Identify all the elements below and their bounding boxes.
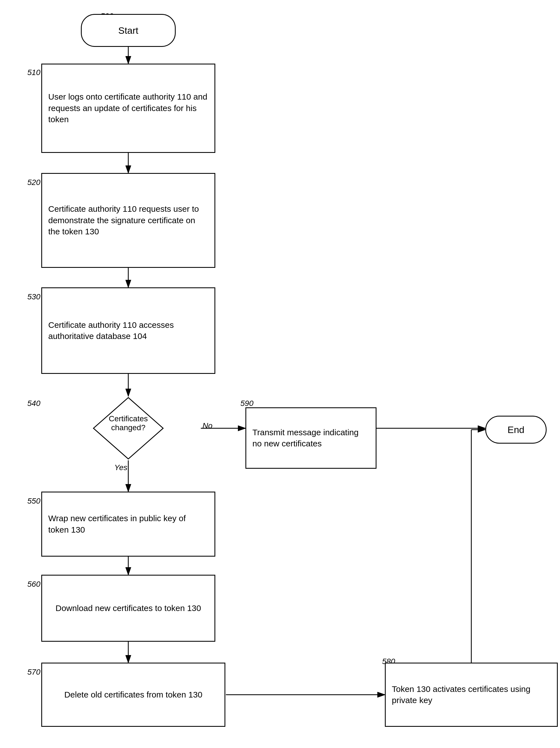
no-label: No xyxy=(202,421,213,430)
step-580-box: Token 130 activates certificates using p… xyxy=(385,663,558,727)
yes-label: Yes xyxy=(114,463,127,472)
flowchart-diagram: 500 Start 510 User logs onto certificate… xyxy=(0,0,560,748)
step-570-text: Delete old certificates from token 130 xyxy=(64,689,202,701)
start-node: Start xyxy=(81,14,176,47)
label-550: 550 xyxy=(27,497,41,506)
label-560: 560 xyxy=(27,580,41,589)
step-560-text: Download new certificates to token 130 xyxy=(55,603,201,614)
label-540: 540 xyxy=(27,399,41,408)
step-520-text: Certificate authority 110 requests user … xyxy=(48,203,208,237)
start-label: Start xyxy=(118,25,138,36)
step-550-box: Wrap new certificates in public key of t… xyxy=(41,492,215,557)
label-510: 510 xyxy=(27,68,41,77)
label-570: 570 xyxy=(27,668,41,677)
step-590-text: Transmit message indicating no new certi… xyxy=(252,427,369,449)
step-520-box: Certificate authority 110 requests user … xyxy=(41,173,215,268)
step-550-text: Wrap new certificates in public key of t… xyxy=(48,513,208,535)
label-520: 520 xyxy=(27,178,41,187)
svg-marker-13 xyxy=(93,398,163,459)
step-590-box: Transmit message indicating no new certi… xyxy=(245,407,376,469)
end-label: End xyxy=(508,424,525,435)
step-510-text: User logs onto certificate authority 110… xyxy=(48,91,208,125)
diamond-540: Certificates changed? xyxy=(92,396,165,460)
label-530: 530 xyxy=(27,293,41,301)
step-580-text: Token 130 activates certificates using p… xyxy=(392,683,551,706)
step-560-box: Download new certificates to token 130 xyxy=(41,575,215,642)
label-590: 590 xyxy=(240,399,253,408)
end-node: End xyxy=(485,416,546,444)
step-570-box: Delete old certificates from token 130 xyxy=(41,663,225,727)
step-530-text: Certificate authority 110 accesses autho… xyxy=(48,320,208,342)
step-530-box: Certificate authority 110 accesses autho… xyxy=(41,287,215,374)
step-510-box: User logs onto certificate authority 110… xyxy=(41,64,215,153)
